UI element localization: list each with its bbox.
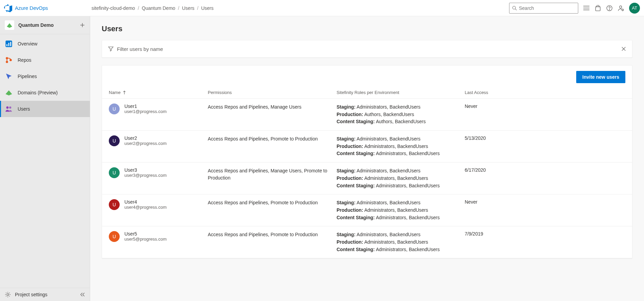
user-name: User4 [124,199,166,205]
project-settings[interactable]: Project settings [0,288,90,301]
column-roles[interactable]: Sitefinity Roles per Environment [337,90,465,95]
overview-icon [5,40,13,48]
user-name: User5 [124,231,166,237]
permissions-cell: Access Repos and Pipelines, Manage Users [208,104,337,126]
roles-cell: Staging: Administrators, BackendUsersPro… [337,135,465,157]
repos-icon [5,56,13,64]
table-row[interactable]: U User2 user2@progress.com Access Repos … [102,131,632,163]
logo-area[interactable]: Azure DevOps [4,4,92,12]
project-header[interactable]: Quantum Demo [0,16,90,34]
users-card: Invite new users Name Permissions Sitefi… [102,65,632,259]
collapse-icon[interactable] [80,292,85,297]
table-header: Name Permissions Sitefinity Roles per En… [102,87,632,99]
table-row[interactable]: U User1 user1@progress.com Access Repos … [102,99,632,131]
svg-rect-2 [583,6,589,6]
roles-cell: Staging: Administrators, BackendUsersPro… [337,199,465,221]
svg-rect-4 [583,10,589,10]
breadcrumb: sitefinity-cloud-demo / Quantum Demo / U… [92,5,214,11]
roles-cell: Staging: Administrators, BackendUsersPro… [337,104,465,126]
sort-asc-icon [123,91,126,95]
header-right: AT [509,3,640,14]
sidebar: Quantum Demo Overview Repos [0,16,90,301]
user-avatar[interactable]: AT [629,3,640,14]
breadcrumb-item[interactable]: sitefinity-cloud-demo [92,5,135,11]
svg-point-21 [7,294,9,296]
column-name[interactable]: Name [109,90,208,95]
sidebar-item-label: Domains (Preview) [18,90,58,95]
user-settings-icon[interactable] [618,5,624,12]
svg-rect-5 [596,6,600,11]
user-cell: U User5 user5@progress.com [109,231,208,253]
breadcrumb-item[interactable]: Users [201,5,214,11]
column-last-access[interactable]: Last Access [465,90,625,95]
help-icon[interactable] [606,5,613,12]
column-permissions[interactable]: Permissions [208,90,337,95]
shopping-bag-icon[interactable] [595,5,601,12]
user-email: user1@progress.com [124,109,166,114]
svg-point-7 [609,9,609,10]
svg-rect-3 [583,7,589,8]
user-name: User3 [124,167,166,173]
top-header: Azure DevOps sitefinity-cloud-demo / Qua… [0,0,644,16]
user-cell: U User3 user3@progress.com [109,167,208,189]
filter-input[interactable] [117,46,618,52]
plus-icon[interactable] [80,22,85,28]
global-search[interactable] [509,3,578,14]
user-name: User1 [124,104,166,109]
last-access-cell: 6/17/2020 [465,167,625,189]
sidebar-item-label: Overview [18,41,37,46]
svg-point-8 [620,6,622,8]
sidebar-item-overview[interactable]: Overview [0,36,90,52]
svg-point-20 [9,107,11,109]
sidebar-item-domains[interactable]: Domains (Preview) [0,84,90,101]
breadcrumb-sep: / [197,5,199,11]
table-row[interactable]: U User4 user4@progress.com Access Repos … [102,194,632,226]
permissions-cell: Access Repos and Pipelines, Promote to P… [208,135,337,157]
user-email: user5@progress.com [124,237,166,242]
svg-rect-15 [10,42,11,46]
brand-text: Azure DevOps [15,5,48,11]
permissions-cell: Access Repos and Pipelines, Manage Users… [208,167,337,189]
user-avatar-icon: U [109,199,120,210]
nav-list: Overview Repos Pipelines Domains (Previe… [0,34,90,288]
list-icon[interactable] [583,5,590,12]
sidebar-item-label: Pipelines [18,74,37,79]
breadcrumb-item[interactable]: Quantum Demo [142,5,175,11]
user-avatar-icon: U [109,104,120,114]
table-row[interactable]: U User3 user3@progress.com Access Repos … [102,163,632,194]
table-row[interactable]: U User5 user5@progress.com Access Repos … [102,226,632,258]
permissions-cell: Access Repos and Pipelines, Promote to P… [208,199,337,221]
last-access-cell: Never [465,199,625,221]
search-input[interactable] [519,5,578,11]
sidebar-item-repos[interactable]: Repos [0,52,90,68]
sidebar-item-label: Repos [18,57,31,63]
filter-box[interactable] [102,40,632,58]
users-icon [5,105,13,113]
sidebar-item-users[interactable]: Users [0,101,90,117]
svg-point-16 [6,57,8,59]
table-body: U User1 user1@progress.com Access Repos … [102,99,632,258]
last-access-cell: 7/9/2019 [465,231,625,253]
breadcrumb-item[interactable]: Users [182,5,195,11]
svg-point-0 [512,6,516,9]
close-icon[interactable] [621,46,626,51]
last-access-cell: Never [465,104,625,126]
svg-rect-13 [6,44,7,46]
sidebar-item-pipelines[interactable]: Pipelines [0,68,90,84]
user-cell: U User2 user2@progress.com [109,135,208,157]
roles-cell: Staging: Administrators, BackendUsersPro… [337,231,465,253]
user-email: user3@progress.com [124,173,166,178]
sidebar-item-label: Users [18,106,30,112]
svg-point-17 [6,61,8,63]
svg-point-19 [6,106,8,109]
page-title: Users [102,24,632,33]
gear-icon [5,291,11,298]
breadcrumb-sep: / [178,5,179,11]
user-cell: U User1 user1@progress.com [109,104,208,126]
user-avatar-icon: U [109,167,120,178]
user-cell: U User4 user4@progress.com [109,199,208,221]
user-avatar-icon: U [109,135,120,146]
invite-new-users-button[interactable]: Invite new users [576,71,625,83]
svg-rect-14 [8,43,9,46]
permissions-cell: Access Repos and Pipelines, Promote to P… [208,231,337,253]
